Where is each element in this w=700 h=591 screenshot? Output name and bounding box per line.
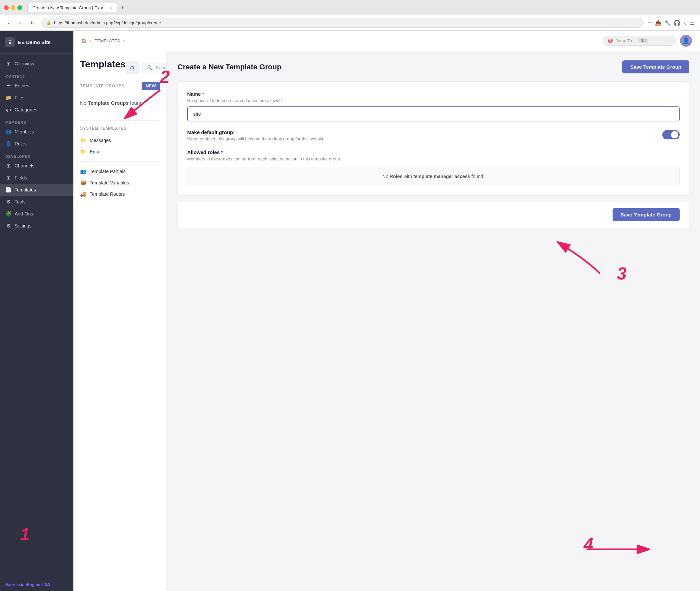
sidebar-item-members[interactable]: 👥 Members	[0, 126, 73, 138]
sidebar-item-label: Files	[15, 95, 25, 101]
sidebar-item-files[interactable]: 📁 Files	[0, 92, 73, 104]
template-routes-nav-item[interactable]: 🚚 Template Routes	[80, 188, 160, 200]
sidebar-item-label: Channels	[15, 163, 35, 169]
breadcrumb-sep-2: >	[123, 38, 125, 43]
jump-to-field[interactable]: 🎯 Jump To... ⌘J	[602, 36, 676, 46]
active-tab[interactable]: Create a New Template Group | Expr... ✕	[27, 3, 117, 12]
nav-bar: ‹ › ↻ 🔒 https://thomasb.dev/admin.php?/c…	[0, 15, 700, 31]
sidebar-item-tools[interactable]: ⚙ Tools	[0, 196, 73, 208]
save-template-group-button-top[interactable]: Save Template Group	[622, 60, 689, 73]
main-area: 🏠 > TEMPLATES > ... 🎯 Jump To... ⌘J 👤 Te…	[73, 31, 700, 591]
template-partials-nav-item[interactable]: 👥 Template Partials	[80, 166, 160, 177]
chevron-icon[interactable]: ⌄	[683, 20, 687, 26]
sidebar-item-label: Categories	[15, 107, 38, 112]
sidebar-item-label: Add-Ons	[15, 211, 33, 216]
new-template-group-button[interactable]: NEW	[142, 82, 160, 90]
traffic-lights	[4, 5, 22, 10]
content-area: Templates ⚙ 🔍 Search Templates TEMPLATE …	[73, 51, 700, 591]
no-template-groups-message: No Template Groups found	[80, 94, 160, 112]
nav-divider	[80, 161, 160, 162]
toggle-row: Make default group: When enabled, this g…	[187, 129, 680, 141]
sidebar-item-label: Entries	[15, 83, 29, 88]
system-templates-section: SYSTEM TEMPLATES 📁 Messages 📁 Email 👥 Te…	[80, 120, 160, 200]
breadcrumb-actions: 🎯 Jump To... ⌘J 👤	[602, 35, 692, 47]
reload-button[interactable]: ↻	[28, 18, 38, 27]
sidebar-item-addons[interactable]: 🧩 Add-Ons	[0, 208, 73, 220]
headphones-icon[interactable]: 🎧	[674, 20, 680, 26]
toggle-info: Make default group: When enabled, this g…	[187, 129, 658, 141]
partials-icon: 👥	[80, 169, 86, 175]
sidebar-item-templates[interactable]: 📄 Templates	[0, 184, 73, 196]
maximize-button[interactable]	[17, 5, 22, 10]
categories-icon: 🏷	[5, 107, 11, 113]
app: 🖥 EE Demo Site ⊞ Overview CONTENT ☰ Entr…	[0, 31, 700, 591]
sidebar-item-label: Fields	[15, 175, 27, 181]
channels-icon: ⊞	[5, 163, 11, 169]
variables-icon: 📦	[80, 180, 86, 186]
sidebar-item-categories[interactable]: 🏷 Categories	[0, 104, 73, 116]
sidebar-brand: 🖥 EE Demo Site	[0, 31, 73, 54]
routes-icon: 🚚	[80, 191, 86, 197]
jump-to-icon: 🎯	[608, 38, 613, 43]
templates-icon: 📄	[5, 187, 11, 193]
files-icon: 📁	[5, 95, 11, 101]
wrench-icon[interactable]: 🔧	[664, 20, 671, 26]
lock-icon: 🔒	[46, 21, 51, 25]
default-group-label: Make default group:	[187, 129, 658, 135]
gear-button[interactable]: ⚙	[125, 61, 139, 74]
save-template-group-button-bottom[interactable]: Save Template Group	[613, 208, 680, 221]
name-input[interactable]	[187, 107, 680, 121]
default-group-field: Make default group: When enabled, this g…	[187, 129, 680, 141]
breadcrumb-more[interactable]: ...	[128, 38, 132, 43]
url-text: https://thomasb.dev/admin.php?/cp/design…	[54, 20, 161, 25]
tab-title: Create a New Template Group | Expr...	[33, 5, 107, 10]
allowed-roles-hint: Members in these roles can perform each …	[187, 156, 680, 161]
search-templates-input[interactable]: 🔍 Search Templates	[142, 62, 167, 73]
sidebar-item-label: Roles	[15, 141, 27, 146]
sidebar-item-label: Overview	[15, 61, 34, 66]
user-avatar[interactable]: 👤	[680, 35, 692, 47]
roles-icon: 👤	[5, 141, 11, 147]
template-variables-nav-item[interactable]: 📦 Template Variables	[80, 177, 160, 188]
sidebar-item-entries[interactable]: ☰ Entries	[0, 80, 73, 92]
bookmark-icon[interactable]: ☆	[648, 20, 652, 26]
messages-nav-item[interactable]: 📁 Messages	[80, 135, 160, 146]
search-placeholder: Search Templates	[155, 65, 167, 70]
breadcrumb-bar: 🏠 > TEMPLATES > ... 🎯 Jump To... ⌘J 👤	[73, 31, 700, 51]
forward-button[interactable]: ›	[16, 19, 23, 27]
template-groups-label: TEMPLATE GROUPS	[80, 84, 125, 88]
menu-icon[interactable]: ☰	[690, 20, 695, 26]
form-card-main: Name * No spaces. Underscores and dashes…	[178, 81, 689, 196]
tab-close-icon[interactable]: ✕	[110, 6, 113, 10]
name-hint: No spaces. Underscores and dashes are al…	[187, 98, 680, 103]
brand-name: EE Demo Site	[18, 39, 51, 45]
home-breadcrumb[interactable]: 🏠	[81, 38, 87, 43]
name-label: Name *	[187, 91, 680, 97]
close-button[interactable]	[4, 5, 9, 10]
folder-icon: 📁	[80, 149, 86, 155]
template-groups-header: TEMPLATE GROUPS NEW	[80, 82, 160, 90]
email-label: Email	[90, 149, 102, 154]
default-group-toggle[interactable]	[662, 130, 680, 139]
template-routes-label: Template Routes	[90, 191, 125, 197]
sidebar-item-channels[interactable]: ⊞ Channels	[0, 160, 73, 172]
address-bar[interactable]: 🔒 https://thomasb.dev/admin.php?/cp/desi…	[41, 18, 644, 28]
search-icon: 🔍	[147, 65, 153, 70]
sidebar-nav: ⊞ Overview CONTENT ☰ Entries 📁 Files 🏷 C…	[0, 54, 73, 578]
default-group-hint: When enabled, this group will become the…	[187, 136, 658, 141]
sidebar-item-roles[interactable]: 👤 Roles	[0, 138, 73, 150]
sidebar-item-label: Templates	[15, 187, 36, 192]
overview-icon: ⊞	[5, 61, 11, 67]
pocket-icon[interactable]: 📥	[655, 20, 661, 26]
sidebar-item-settings[interactable]: ⚙ Settings	[0, 220, 73, 232]
minimize-button[interactable]	[11, 5, 15, 10]
back-button[interactable]: ‹	[5, 19, 12, 27]
folder-icon: 📁	[80, 137, 86, 143]
templates-breadcrumb[interactable]: TEMPLATES	[95, 38, 120, 43]
sidebar-item-fields[interactable]: ⊞ Fields	[0, 172, 73, 184]
new-tab-button[interactable]: +	[119, 3, 126, 12]
sidebar-item-overview[interactable]: ⊞ Overview	[0, 58, 73, 70]
email-nav-item[interactable]: 📁 Email	[80, 146, 160, 157]
developer-section-header: DEVELOPER	[0, 150, 73, 160]
required-star: *	[202, 91, 204, 97]
